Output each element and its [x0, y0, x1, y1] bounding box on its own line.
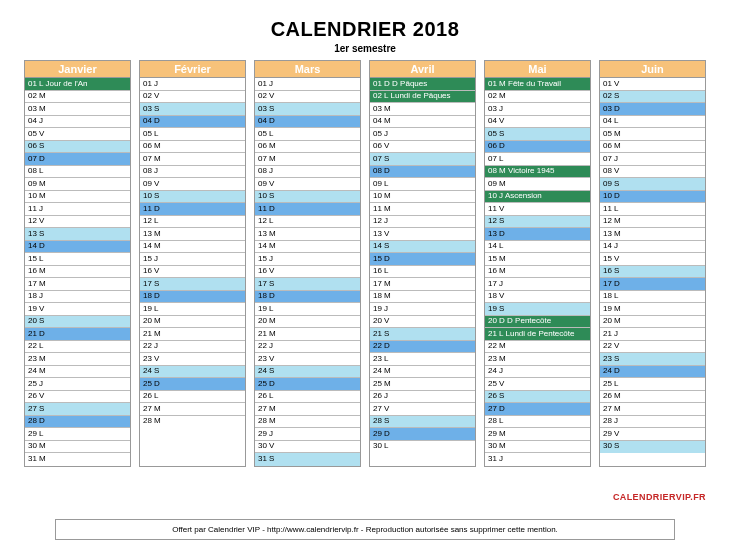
day-cell: 31 J	[485, 453, 590, 466]
day-cell: 12 S	[485, 216, 590, 229]
day-cell: 27 S	[25, 403, 130, 416]
day-cell: 15 V	[600, 253, 705, 266]
day-cell: 08 J	[140, 166, 245, 179]
day-cell: 08 J	[255, 166, 360, 179]
day-cell: 26 L	[255, 391, 360, 404]
day-cell: 20 M	[140, 316, 245, 329]
day-cell: 21 S	[370, 328, 475, 341]
day-cell: 25 D	[255, 378, 360, 391]
day-cell: 21 L Lundi de Pentecôte	[485, 328, 590, 341]
day-cell: 23 M	[485, 353, 590, 366]
day-cell: 30 M	[25, 441, 130, 454]
day-cell: 28 S	[370, 416, 475, 429]
day-cell: 14 M	[140, 241, 245, 254]
day-cell: 08 M Victoire 1945	[485, 166, 590, 179]
day-cell: 12 J	[370, 216, 475, 229]
day-cell: 22 J	[140, 341, 245, 354]
day-cell: 25 M	[370, 378, 475, 391]
day-cell: 21 D	[25, 328, 130, 341]
day-cell: 02 M	[25, 91, 130, 104]
day-cell: 26 J	[370, 391, 475, 404]
day-cell: 29 L	[25, 428, 130, 441]
day-cell: 15 J	[140, 253, 245, 266]
day-cell: 29 M	[485, 428, 590, 441]
day-cell: 17 S	[140, 278, 245, 291]
day-cell: 25 D	[140, 378, 245, 391]
day-cell: 11 M	[370, 203, 475, 216]
day-cell: 01 L Jour de l'An	[25, 78, 130, 91]
day-cell: 28 L	[485, 416, 590, 429]
day-cell: 15 J	[255, 253, 360, 266]
day-cell: 19 V	[25, 303, 130, 316]
day-cell: 06 V	[370, 141, 475, 154]
day-cell: 06 S	[25, 141, 130, 154]
day-cell: 30 S	[600, 441, 705, 454]
day-cell: 16 V	[255, 266, 360, 279]
day-cell: 04 V	[485, 116, 590, 129]
day-cell: 01 V	[600, 78, 705, 91]
page-subtitle: 1er semestre	[24, 43, 706, 54]
day-cell: 25 L	[600, 378, 705, 391]
day-cell: 09 V	[255, 178, 360, 191]
day-cell: 29 V	[600, 428, 705, 441]
day-cell: 06 M	[255, 141, 360, 154]
day-cell: 18 J	[25, 291, 130, 304]
day-cell: 30 M	[485, 441, 590, 454]
day-cell: 23 V	[140, 353, 245, 366]
day-cell: 19 M	[600, 303, 705, 316]
day-cell: 10 M	[25, 191, 130, 204]
day-cell: 22 M	[485, 341, 590, 354]
month-header: Mai	[485, 61, 590, 78]
day-cell: 20 M	[600, 316, 705, 329]
day-cell: 03 M	[25, 103, 130, 116]
day-cell: 30 V	[255, 441, 360, 454]
day-cell: 02 V	[255, 91, 360, 104]
day-cell: 06 M	[140, 141, 245, 154]
day-cell: 23 V	[255, 353, 360, 366]
day-cell: 08 L	[25, 166, 130, 179]
month-column: Janvier01 L Jour de l'An02 M03 M04 J05 V…	[24, 60, 131, 467]
day-cell: 26 S	[485, 391, 590, 404]
day-cell: 22 J	[255, 341, 360, 354]
day-cell: 11 V	[485, 203, 590, 216]
day-cell: 14 L	[485, 241, 590, 254]
day-cell: 28 D	[25, 416, 130, 429]
calendar-grid: Janvier01 L Jour de l'An02 M03 M04 J05 V…	[24, 60, 706, 467]
day-cell: 15 M	[485, 253, 590, 266]
day-cell: 27 M	[140, 403, 245, 416]
day-cell: 10 M	[370, 191, 475, 204]
day-cell: 31 S	[255, 453, 360, 466]
day-cell: 01 D D Pâques	[370, 78, 475, 91]
day-cell: 23 L	[370, 353, 475, 366]
month-header: Juin	[600, 61, 705, 78]
day-cell: 03 D	[600, 103, 705, 116]
watermark: CALENDRIERVIP.FR	[613, 492, 706, 502]
day-cell: 08 V	[600, 166, 705, 179]
day-cell: 12 M	[600, 216, 705, 229]
day-cell: 10 D	[600, 191, 705, 204]
day-cell: 19 L	[140, 303, 245, 316]
day-cell: 03 S	[255, 103, 360, 116]
month-header: Janvier	[25, 61, 130, 78]
day-cell: 07 L	[485, 153, 590, 166]
day-cell: 27 M	[255, 403, 360, 416]
day-cell: 04 M	[370, 116, 475, 129]
day-cell: 05 L	[255, 128, 360, 141]
day-cell: 18 V	[485, 291, 590, 304]
day-cell: 20 M	[255, 316, 360, 329]
day-cell: 21 M	[140, 328, 245, 341]
day-cell: 08 D	[370, 166, 475, 179]
day-cell: 25 V	[485, 378, 590, 391]
day-cell: 19 L	[255, 303, 360, 316]
day-cell: 01 J	[255, 78, 360, 91]
day-cell: 24 S	[255, 366, 360, 379]
day-cell: 24 S	[140, 366, 245, 379]
day-cell: 18 M	[370, 291, 475, 304]
footer: Offert par Calendrier VIP - http://www.c…	[0, 519, 730, 540]
day-cell: 28 M	[255, 416, 360, 429]
day-cell: 03 J	[485, 103, 590, 116]
day-cell: 24 J	[485, 366, 590, 379]
day-cell: 31 M	[25, 453, 130, 466]
day-cell: 28 J	[600, 416, 705, 429]
day-cell: 13 M	[600, 228, 705, 241]
